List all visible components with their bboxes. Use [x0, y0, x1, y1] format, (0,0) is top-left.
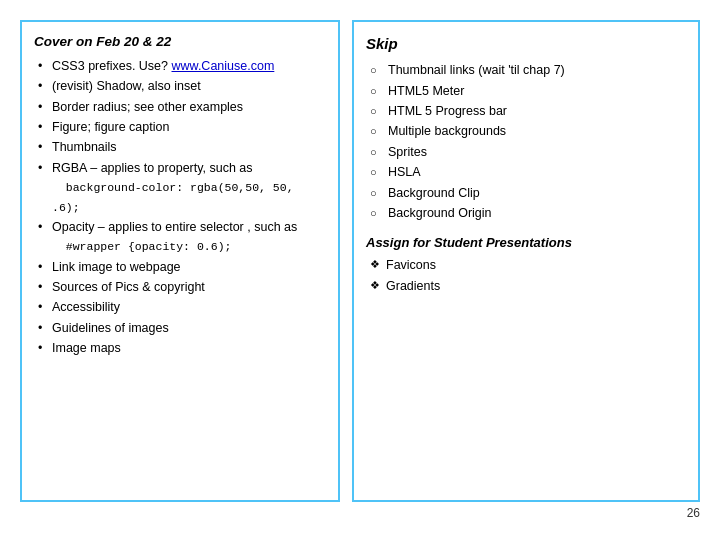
- list-item: (revisit) Shadow, also inset: [38, 77, 326, 96]
- assign-title: Assign for Student Presentations: [366, 233, 686, 253]
- skip-item-5: Sprites: [388, 145, 427, 159]
- skip-item-1: Thumbnail links (wait 'til chap 7): [388, 63, 565, 77]
- main-content: Cover on Feb 20 & 22 CSS3 prefixes. Use?…: [20, 20, 700, 502]
- list-item: Accessibility: [38, 298, 326, 317]
- accessibility-text: Accessibility: [52, 300, 120, 314]
- sources-text: Sources of Pics & copyright: [52, 280, 205, 294]
- list-item: Thumbnail links (wait 'til chap 7): [370, 61, 686, 80]
- list-item: Background Origin: [370, 204, 686, 223]
- shadow-text: (revisit) Shadow, also inset: [52, 79, 201, 93]
- list-item: Favicons: [370, 256, 686, 275]
- skip-item-2: HTML5 Meter: [388, 84, 464, 98]
- skip-list: Thumbnail links (wait 'til chap 7) HTML5…: [366, 61, 686, 223]
- opacity-text: Opacity – applies to entire selector , s…: [52, 220, 297, 234]
- image-maps-text: Image maps: [52, 341, 121, 355]
- assign-item-2: Gradients: [386, 279, 440, 293]
- right-box: Skip Thumbnail links (wait 'til chap 7) …: [352, 20, 700, 502]
- left-box-title: Cover on Feb 20 & 22: [34, 32, 326, 53]
- list-item: RGBA – applies to property, such as back…: [38, 159, 326, 217]
- skip-item-8: Background Origin: [388, 206, 492, 220]
- caniuse-link[interactable]: www.Caniuse.com: [172, 59, 275, 73]
- figure-text: Figure; figure caption: [52, 120, 169, 134]
- list-item: Border radius; see other examples: [38, 98, 326, 117]
- list-item: Guidelines of images: [38, 319, 326, 338]
- list-item: HSLA: [370, 163, 686, 182]
- border-radius-text: Border radius; see other examples: [52, 100, 243, 114]
- left-bullet-list: CSS3 prefixes. Use? www.Caniuse.com (rev…: [34, 57, 326, 359]
- list-item: CSS3 prefixes. Use? www.Caniuse.com: [38, 57, 326, 76]
- list-item: Gradients: [370, 277, 686, 296]
- skip-item-3: HTML 5 Progress bar: [388, 104, 507, 118]
- skip-title: Skip: [366, 32, 686, 55]
- list-item: Multiple backgrounds: [370, 122, 686, 141]
- link-image-text: Link image to webpage: [52, 260, 181, 274]
- list-item: Figure; figure caption: [38, 118, 326, 137]
- css3-prefixes-text: CSS3 prefixes. Use?: [52, 59, 172, 73]
- list-item: Opacity – applies to entire selector , s…: [38, 218, 326, 257]
- list-item: Sources of Pics & copyright: [38, 278, 326, 297]
- skip-item-6: HSLA: [388, 165, 421, 179]
- list-item: Link image to webpage: [38, 258, 326, 277]
- opacity-code: #wrapper {opacity: 0.6);: [52, 240, 231, 253]
- list-item: HTML 5 Progress bar: [370, 102, 686, 121]
- rgba-text: RGBA – applies to property, such as: [52, 161, 253, 175]
- skip-item-7: Background Clip: [388, 186, 480, 200]
- assign-section: Assign for Student Presentations Favicon…: [366, 233, 686, 296]
- thumbnails-text: Thumbnails: [52, 140, 117, 154]
- list-item: HTML5 Meter: [370, 82, 686, 101]
- list-item: Thumbnails: [38, 138, 326, 157]
- assign-list: Favicons Gradients: [366, 256, 686, 296]
- page-container: Cover on Feb 20 & 22 CSS3 prefixes. Use?…: [10, 10, 710, 530]
- rgba-code: background-color: rgba(50,50, 50, .6);: [52, 181, 294, 213]
- skip-item-4: Multiple backgrounds: [388, 124, 506, 138]
- list-item: Image maps: [38, 339, 326, 358]
- list-item: Sprites: [370, 143, 686, 162]
- list-item: Background Clip: [370, 184, 686, 203]
- guidelines-text: Guidelines of images: [52, 321, 169, 335]
- assign-item-1: Favicons: [386, 258, 436, 272]
- left-box: Cover on Feb 20 & 22 CSS3 prefixes. Use?…: [20, 20, 340, 502]
- page-number: 26: [20, 502, 700, 520]
